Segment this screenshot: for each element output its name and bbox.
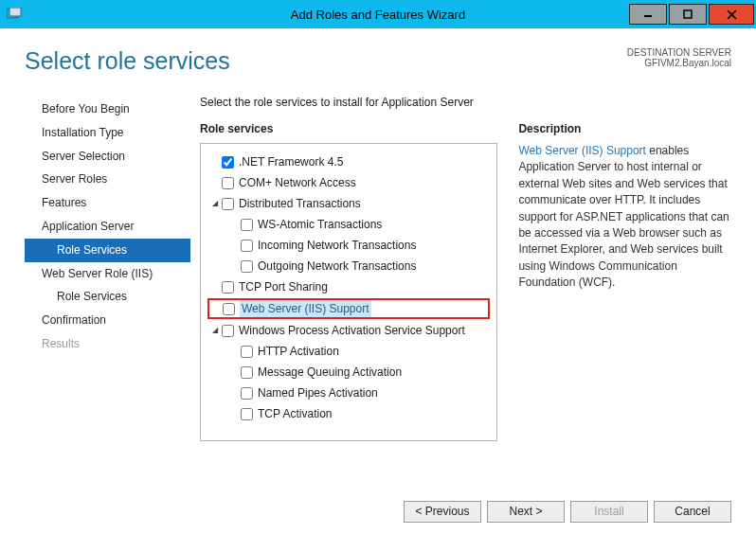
role-label: Windows Process Activation Service Suppo…: [239, 322, 465, 339]
role-checkbox[interactable]: [222, 325, 234, 337]
close-button[interactable]: [709, 4, 754, 25]
role-label: Incoming Network Transactions: [258, 237, 416, 254]
description-term: Web Server (IIS) Support: [518, 144, 646, 157]
role-label: WS-Atomic Transactions: [258, 216, 382, 233]
role-checkbox[interactable]: [241, 240, 253, 252]
body-row: Before You BeginInstallation TypeServer …: [25, 96, 731, 487]
tree-row[interactable]: COM+ Network Access: [207, 172, 491, 193]
nav-item[interactable]: Confirmation: [25, 309, 190, 332]
role-label: Distributed Transactions: [239, 195, 361, 212]
columns: Role services .NET Framework 4.5COM+ Net…: [200, 122, 731, 487]
role-label: HTTP Activation: [258, 343, 339, 360]
destination-value: GFIVM2.Bayan.local: [627, 58, 731, 68]
role-checkbox[interactable]: [241, 366, 253, 379]
collapse-icon[interactable]: ◢: [208, 198, 222, 209]
tree-row[interactable]: Message Queuing Activation: [207, 362, 491, 383]
nav-item[interactable]: Features: [25, 191, 190, 215]
role-checkbox[interactable]: [241, 219, 253, 231]
nav-item[interactable]: Application Server: [25, 215, 190, 239]
role-label: COM+ Network Access: [239, 174, 356, 191]
window-controls: [629, 4, 756, 25]
footer: < Previous Next > Install Cancel: [0, 496, 756, 534]
tree-row[interactable]: TCP Activation: [207, 403, 491, 424]
destination-label: DESTINATION SERVER: [627, 47, 731, 58]
main-pane: Select the role services to install for …: [190, 96, 731, 487]
description-body: enables Application Server to host inter…: [518, 144, 729, 289]
wizard-nav: Before You BeginInstallation TypeServer …: [25, 96, 190, 487]
role-label: TCP Port Sharing: [239, 278, 328, 295]
collapse-icon[interactable]: ◢: [208, 325, 222, 336]
svg-rect-1: [9, 8, 21, 16]
role-checkbox[interactable]: [222, 198, 234, 210]
role-checkbox[interactable]: [223, 303, 235, 315]
cancel-button[interactable]: Cancel: [654, 501, 731, 523]
tree-row[interactable]: ◢Distributed Transactions: [207, 193, 491, 214]
role-checkbox[interactable]: [241, 346, 253, 358]
role-label: Named Pipes Activation: [258, 384, 378, 401]
nav-item[interactable]: Results: [25, 332, 190, 356]
maximize-button[interactable]: [669, 4, 707, 25]
description-column: Description Web Server (IIS) Support ena…: [518, 122, 731, 487]
tree-row[interactable]: Web Server (IIS) Support: [207, 298, 490, 319]
nav-item[interactable]: Installation Type: [25, 121, 190, 145]
tree-row[interactable]: ◢Windows Process Activation Service Supp…: [207, 320, 491, 341]
description-heading: Description: [518, 122, 731, 135]
role-checkbox[interactable]: [222, 281, 234, 294]
page-title: Select role services: [25, 47, 230, 75]
tree-row[interactable]: Incoming Network Transactions: [207, 235, 491, 256]
header-row: Select role services DESTINATION SERVER …: [25, 47, 731, 75]
role-checkbox[interactable]: [241, 260, 253, 273]
app-icon: [0, 0, 28, 28]
install-button[interactable]: Install: [570, 501, 648, 523]
titlebar: Add Roles and Features Wizard: [0, 0, 756, 28]
minimize-button[interactable]: [629, 4, 667, 25]
role-checkbox[interactable]: [241, 408, 253, 420]
role-services-column: Role services .NET Framework 4.5COM+ Net…: [200, 122, 497, 487]
tree-row[interactable]: WS-Atomic Transactions: [207, 214, 491, 235]
nav-item[interactable]: Server Selection: [25, 145, 190, 169]
nav-item[interactable]: Server Roles: [25, 168, 190, 191]
role-label: Web Server (IIS) Support: [240, 300, 371, 317]
svg-rect-3: [684, 10, 692, 18]
role-checkbox[interactable]: [222, 177, 234, 189]
role-label: TCP Activation: [258, 405, 332, 422]
instruction-text: Select the role services to install for …: [200, 96, 731, 109]
content-area: Select role services DESTINATION SERVER …: [0, 28, 756, 496]
role-checkbox[interactable]: [241, 387, 253, 400]
role-label: Message Queuing Activation: [258, 364, 402, 381]
next-button[interactable]: Next >: [487, 501, 565, 523]
nav-item[interactable]: Role Services: [25, 239, 190, 262]
tree-row[interactable]: HTTP Activation: [207, 341, 491, 362]
tree-row[interactable]: .NET Framework 4.5: [207, 151, 491, 172]
role-checkbox[interactable]: [222, 156, 234, 169]
destination-info: DESTINATION SERVER GFIVM2.Bayan.local: [627, 47, 731, 68]
previous-button[interactable]: < Previous: [404, 501, 481, 523]
nav-item[interactable]: Role Services: [25, 285, 190, 309]
role-label: .NET Framework 4.5: [239, 153, 343, 170]
role-label: Outgoing Network Transactions: [258, 258, 416, 275]
role-services-heading: Role services: [200, 122, 497, 135]
tree-row[interactable]: Outgoing Network Transactions: [207, 256, 491, 276]
nav-item[interactable]: Web Server Role (IIS): [25, 262, 190, 286]
role-services-tree[interactable]: .NET Framework 4.5COM+ Network Access◢Di…: [200, 143, 497, 441]
tree-row[interactable]: Named Pipes Activation: [207, 383, 491, 403]
nav-item[interactable]: Before You Begin: [25, 98, 190, 121]
description-text: Web Server (IIS) Support enables Applica…: [518, 143, 731, 292]
tree-row[interactable]: TCP Port Sharing: [207, 276, 491, 297]
